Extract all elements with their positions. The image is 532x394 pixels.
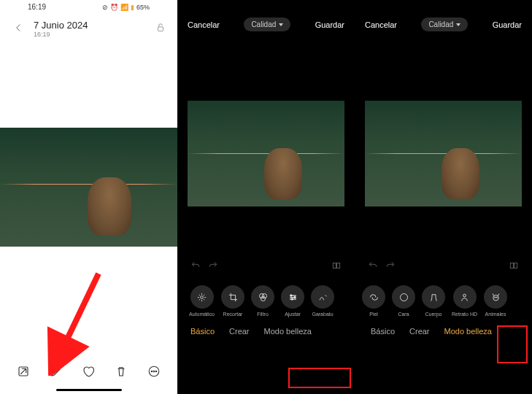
alarm-icon: ⏰ [110,4,118,11]
svg-rect-0 [158,26,163,31]
svg-rect-7 [333,263,336,269]
svg-point-20 [493,295,498,301]
svg-line-1 [58,274,99,358]
status-time: 16:19 [28,3,46,11]
cancel-button[interactable]: Cancelar [365,20,397,29]
tab-modo-belleza[interactable]: Modo belleza [264,327,312,336]
tool-row: Automático Recortar Filtro Ajustar Garab… [177,278,355,320]
back-icon[interactable] [12,21,25,37]
tool-animales[interactable]: Animales [484,285,507,317]
save-button[interactable]: Guardar [493,20,522,29]
undo-icon[interactable] [368,260,378,274]
tool-piel[interactable]: Piel [362,285,385,317]
editor-basic-panel: Cancelar Calidad Guardar Automático Reco… [177,0,355,394]
photo-time: 16:19 [34,31,147,38]
svg-point-12 [261,296,265,301]
cancel-button[interactable]: Cancelar [188,20,220,29]
svg-point-9 [201,296,204,298]
redo-icon[interactable] [208,260,218,274]
tab-modo-belleza[interactable]: Modo belleza [444,327,492,336]
quality-selector[interactable]: Calidad [421,18,468,31]
heart-icon[interactable] [81,364,96,379]
undo-icon[interactable] [190,260,201,274]
svg-point-18 [400,293,407,301]
compare-icon[interactable] [509,260,519,274]
tool-row: Piel Cara Cuerpo Retrato HD Animales [355,278,532,320]
svg-rect-16 [510,263,513,269]
editor-photo[interactable] [365,101,522,206]
svg-point-14 [293,296,296,298]
tool-cara[interactable]: Cara [392,285,415,317]
highlight-modo-belleza [288,368,351,388]
undo-row [355,256,532,278]
lock-icon[interactable] [155,23,166,36]
svg-point-5 [153,371,155,372]
gallery-photo[interactable] [0,128,177,247]
svg-point-4 [151,371,153,372]
save-button[interactable]: Guardar [315,20,344,29]
svg-point-11 [262,293,266,298]
svg-point-19 [463,294,466,297]
wifi-icon: 📶 [120,4,128,11]
gallery-header: 7 Junio 2024 16:19 [0,14,177,44]
tool-retrato-hd[interactable]: Retrato HD [452,285,477,317]
status-icons: ⊘ ⏰ 📶 ▮ 65% [102,4,150,11]
editor-top-bar: Cancelar Calidad Guardar [355,10,532,39]
svg-point-13 [290,294,292,296]
header-text: 7 Junio 2024 16:19 [34,20,147,38]
svg-rect-17 [514,263,517,269]
editor-beauty-panel: Cancelar Calidad Guardar Piel Cara Cuerp… [355,0,532,394]
battery-icon: ▮ [131,4,134,11]
svg-point-21 [494,296,495,297]
tool-filtro[interactable]: Filtro [251,285,274,317]
more-icon[interactable] [147,364,161,379]
edit-icon[interactable] [49,364,63,379]
svg-point-6 [155,371,157,372]
quality-selector[interactable]: Calidad [244,18,290,31]
svg-point-22 [496,296,497,297]
compare-icon[interactable] [331,260,342,274]
tool-automatico[interactable]: Automático [189,285,215,317]
home-handle[interactable] [56,389,122,391]
tab-row: Básico Crear Modo belleza [177,320,355,346]
undo-row [177,256,355,278]
editor-top-bar: Cancelar Calidad Guardar [177,10,355,39]
battery-percent: 65% [136,4,150,11]
tab-crear[interactable]: Crear [409,327,430,336]
photo-date: 7 Junio 2024 [34,20,147,31]
tab-crear[interactable]: Crear [229,327,250,336]
svg-point-15 [291,298,293,300]
tab-basico[interactable]: Básico [371,327,395,336]
status-bar: 16:19 ⊘ ⏰ 📶 ▮ 65% [0,0,177,14]
trash-icon[interactable] [114,364,128,379]
editor-photo[interactable] [188,101,344,206]
tool-recortar[interactable]: Recortar [221,285,244,317]
redo-icon[interactable] [385,260,396,274]
share-icon[interactable] [16,364,31,379]
tool-garabato[interactable]: Garabato [311,285,334,317]
tab-row: Básico Crear Modo belleza [355,320,532,346]
dnd-icon: ⊘ [102,4,108,11]
svg-rect-8 [337,263,340,269]
tool-ajustar[interactable]: Ajustar [281,285,304,317]
gallery-panel: 16:19 ⊘ ⏰ 📶 ▮ 65% 7 Junio 2024 16:19 [0,0,177,394]
gallery-bottom-bar [0,354,177,389]
tool-cuerpo[interactable]: Cuerpo [422,285,445,317]
tab-basico[interactable]: Básico [190,327,215,336]
